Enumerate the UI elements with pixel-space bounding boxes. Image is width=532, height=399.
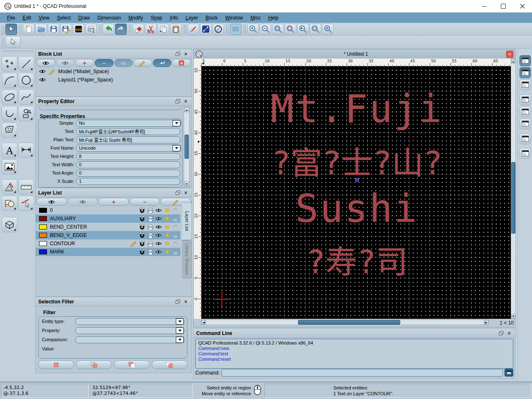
menu-info[interactable]: Info bbox=[166, 14, 182, 22]
layer-snap-icon[interactable] bbox=[138, 224, 145, 230]
pencil-tool-button[interactable] bbox=[187, 24, 199, 35]
canvas-horizontal-scrollbar[interactable]: ◀▶ bbox=[201, 320, 489, 325]
command-history[interactable]: QCAD Professional 3.32.6 / Qt 5.13.2 / W… bbox=[195, 339, 513, 369]
property-value-field[interactable]: 1 bbox=[76, 178, 180, 185]
scroll-up-button[interactable]: ▲ bbox=[184, 107, 189, 112]
filter-subtract-button[interactable] bbox=[114, 360, 150, 369]
cut-button[interactable] bbox=[145, 24, 157, 35]
dock-toggle-library-browser[interactable] bbox=[520, 79, 531, 90]
remove-block-button[interactable]: − bbox=[95, 59, 113, 67]
circle-tools-button[interactable] bbox=[18, 73, 34, 88]
layer-visible-icon[interactable] bbox=[155, 208, 162, 213]
remove-layer-button[interactable]: − bbox=[130, 198, 160, 206]
close-panel-icon[interactable]: × bbox=[182, 190, 189, 196]
layer-row[interactable]: BEND_CENTER bbox=[36, 223, 180, 231]
layer-print-icon[interactable] bbox=[147, 216, 154, 222]
property-value-field[interactable]: No bbox=[76, 120, 181, 127]
text-tool-button[interactable]: A bbox=[2, 143, 17, 158]
layer-snap-icon[interactable] bbox=[138, 241, 145, 247]
scroll-down-button[interactable]: ▼ bbox=[511, 314, 515, 318]
dropdown-arrow-icon[interactable] bbox=[176, 337, 184, 343]
command-options-button[interactable] bbox=[505, 369, 513, 377]
mdi-close-button[interactable]: × bbox=[506, 51, 513, 58]
float-panel-icon[interactable] bbox=[175, 190, 181, 196]
save-button[interactable] bbox=[48, 24, 59, 35]
layer-row[interactable]: MARK bbox=[36, 248, 180, 256]
hatch-tool-button[interactable] bbox=[2, 123, 17, 138]
layer-visible-icon[interactable] bbox=[155, 241, 162, 246]
toolbar-handle[interactable] bbox=[243, 24, 246, 34]
point-tools-button[interactable] bbox=[2, 56, 17, 71]
dock-toggle-layer-list[interactable] bbox=[520, 67, 531, 78]
add-block-button[interactable]: + bbox=[75, 59, 94, 67]
shape-tools-button[interactable] bbox=[18, 106, 34, 121]
grid-toggle-button[interactable] bbox=[230, 24, 241, 35]
float-panel-icon[interactable] bbox=[175, 298, 181, 305]
line-tools-button[interactable] bbox=[18, 56, 34, 71]
canvas-vertical-scrollbar[interactable]: ▲▼ bbox=[511, 59, 516, 319]
restriction-off-button[interactable] bbox=[212, 24, 224, 35]
new-file-button[interactable] bbox=[23, 24, 34, 35]
block-row[interactable]: Layout1 (*Paper_Space) bbox=[36, 76, 192, 84]
property-value-field[interactable]: 8 bbox=[76, 153, 180, 160]
close-panel-icon[interactable]: × bbox=[182, 98, 189, 104]
layer-lock-icon[interactable] bbox=[172, 249, 179, 255]
hide-all-blocks-button[interactable] bbox=[56, 59, 75, 67]
layer-on-icon[interactable] bbox=[163, 241, 170, 246]
layer-snap-icon[interactable] bbox=[138, 249, 145, 255]
property-value-field[interactable]: 0 bbox=[76, 161, 180, 168]
window-zoom-button[interactable] bbox=[310, 24, 321, 35]
layer-print-icon[interactable] bbox=[147, 249, 154, 255]
layer-lock-icon[interactable] bbox=[172, 224, 179, 230]
layer-row[interactable]: BEND_V_EDGE bbox=[36, 231, 180, 239]
delete-entities-button[interactable] bbox=[133, 24, 144, 35]
rename-block-button[interactable]: a|b bbox=[114, 59, 133, 67]
layer-print-icon[interactable] bbox=[147, 241, 154, 247]
paste-button[interactable] bbox=[170, 24, 182, 35]
filter-select-button[interactable] bbox=[38, 360, 74, 369]
property-value-field[interactable]: Mt.Fuji 富士山 Sushi 寿司] bbox=[76, 136, 180, 143]
dock-toggle-command-line[interactable] bbox=[520, 133, 531, 144]
drawing-canvas[interactable]: Mt.Fuji?富?士?山?Sushi?寿?司 bbox=[201, 66, 511, 319]
layer-visible-icon[interactable] bbox=[155, 233, 162, 238]
toolbar-handle[interactable] bbox=[1, 37, 4, 47]
previous-view-button[interactable] bbox=[297, 24, 309, 35]
maximize-button[interactable] bbox=[494, 0, 513, 12]
show-all-blocks-button[interactable] bbox=[37, 59, 55, 67]
menu-dimension[interactable]: Dimension bbox=[94, 14, 125, 22]
block-visibility[interactable] bbox=[38, 77, 47, 82]
svg-export-button[interactable]: SVG bbox=[73, 24, 84, 35]
layer-on-icon[interactable] bbox=[163, 207, 170, 213]
scroll-thumb[interactable] bbox=[185, 135, 189, 159]
menu-snap[interactable]: Snap bbox=[147, 14, 166, 22]
dropdown-arrow-icon[interactable] bbox=[176, 318, 184, 325]
layer-lock-icon[interactable] bbox=[172, 216, 179, 222]
command-input[interactable] bbox=[222, 369, 503, 377]
layer-lock-icon[interactable] bbox=[172, 241, 179, 247]
toolbox-handle[interactable] bbox=[2, 50, 34, 52]
layer-row[interactable]: 0 bbox=[36, 206, 180, 214]
property-scrollbar[interactable]: ▲▼ bbox=[184, 107, 190, 187]
purge-block-button[interactable]: × bbox=[172, 59, 191, 67]
property-value-field[interactable]: Unicode bbox=[76, 145, 181, 152]
layer-on-icon[interactable] bbox=[163, 216, 170, 222]
close-button[interactable] bbox=[513, 0, 532, 12]
modify-tools-button[interactable] bbox=[2, 196, 17, 211]
dropdown-arrow-icon[interactable] bbox=[172, 145, 180, 151]
show-all-layers-button[interactable] bbox=[37, 198, 67, 206]
open-file-button[interactable] bbox=[35, 24, 47, 35]
ellipse-tools-button[interactable] bbox=[2, 89, 17, 105]
scroll-down-button[interactable]: ▼ bbox=[184, 181, 189, 186]
zoom-out-button[interactable] bbox=[260, 24, 271, 35]
zoom-in-button[interactable] bbox=[247, 24, 259, 35]
float-panel-icon[interactable] bbox=[175, 51, 181, 57]
property-value-field[interactable]: 0 bbox=[76, 170, 180, 177]
polyline-tools-button[interactable] bbox=[2, 106, 17, 121]
menu-view[interactable]: View bbox=[35, 14, 53, 22]
layer-print-icon[interactable] bbox=[147, 207, 154, 214]
dock-toggle-reference-points[interactable] bbox=[520, 118, 531, 129]
menu-draw[interactable]: Draw bbox=[74, 14, 94, 22]
toolbar-handle[interactable] bbox=[18, 24, 22, 34]
menu-block[interactable]: Block bbox=[202, 14, 221, 22]
menu-file[interactable]: File bbox=[3, 14, 19, 22]
